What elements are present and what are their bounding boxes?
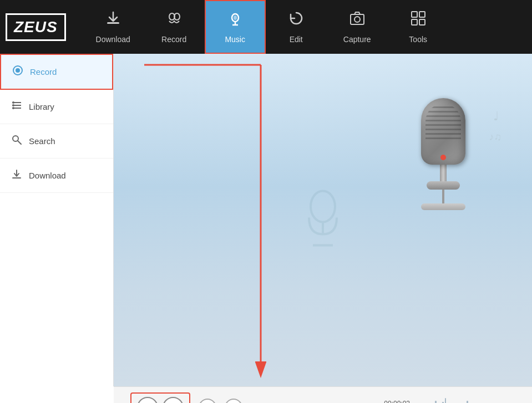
elapsed-time: 00:00:02: [384, 400, 410, 403]
tab-download[interactable]: Download: [83, 0, 144, 54]
red-arrow: [128, 59, 266, 386]
time-info: 00:00:02 84KB: [384, 400, 410, 403]
svg-rect-0: [107, 22, 119, 24]
sidebar-item-search[interactable]: Search: [0, 124, 113, 159]
tab-capture-label: Capture: [343, 35, 371, 44]
nav-tabs: Download Record M: [83, 0, 449, 54]
waveform-bar: [445, 398, 446, 403]
svg-point-4: [234, 16, 237, 20]
svg-line-22: [18, 141, 21, 144]
mic-grille: [425, 104, 461, 154]
svg-point-14: [16, 68, 20, 73]
capture-nav-icon: [349, 10, 366, 30]
sidebar-item-search-label: Search: [29, 136, 55, 146]
waveform-display: [416, 392, 526, 403]
waveform-bar: [435, 401, 436, 403]
sidebar-item-download[interactable]: Download: [0, 159, 113, 193]
tab-music[interactable]: Music: [205, 0, 266, 54]
tab-music-label: Music: [225, 35, 245, 44]
svg-rect-11: [412, 19, 417, 25]
download-nav-icon: [105, 10, 121, 30]
skip-button[interactable]: ⏭: [225, 399, 242, 403]
search-sidebar-icon: [11, 134, 22, 148]
record-nav-icon: [166, 10, 183, 30]
svg-rect-9: [412, 12, 417, 17]
svg-point-27: [311, 191, 335, 222]
mic-red-indicator: [440, 155, 446, 160]
svg-point-20: [12, 107, 14, 109]
music-nav-icon: [227, 10, 244, 30]
stop-button[interactable]: [137, 397, 158, 403]
sidebar-item-library-label: Library: [29, 102, 54, 111]
tab-tools[interactable]: Tools: [388, 0, 449, 54]
svg-rect-10: [419, 12, 425, 17]
mic-stand: [442, 190, 444, 203]
svg-rect-12: [419, 19, 425, 25]
sidebar-item-record[interactable]: Record: [0, 54, 113, 90]
music-note-deco-2: ♪♫: [489, 131, 502, 143]
center-mic-decoration: [290, 182, 356, 259]
tab-download-label: Download: [96, 35, 130, 44]
mic-foot: [421, 203, 465, 210]
tools-nav-icon: [410, 10, 427, 30]
mic-base: [427, 181, 460, 190]
bottom-bar: ▶ ⏭ 00:00:02 84KB: [114, 386, 532, 403]
mic-neck: [440, 165, 447, 181]
svg-point-8: [354, 17, 360, 22]
sidebar-item-download-label: Download: [29, 171, 66, 180]
waveform-bar: [467, 401, 468, 403]
record-sidebar-icon: [12, 65, 23, 79]
content-area: ♩ ♪♫: [114, 54, 532, 386]
library-sidebar-icon: [11, 100, 22, 114]
edit-nav-icon: [288, 10, 305, 30]
tab-tools-label: Tools: [409, 35, 427, 44]
tab-record[interactable]: Record: [144, 0, 205, 54]
tab-capture[interactable]: Capture: [327, 0, 388, 54]
svg-rect-7: [351, 14, 364, 24]
transport-controls: [130, 392, 190, 403]
tab-record-label: Record: [161, 35, 186, 44]
pause-button[interactable]: [163, 397, 184, 403]
download-sidebar-icon: [11, 169, 22, 182]
app-logo: ZEUS: [6, 13, 66, 41]
header: ZEUS Download Record: [0, 0, 532, 54]
microphone-illustration: [421, 98, 465, 210]
sidebar-item-record-label: Record: [30, 67, 57, 76]
mic-body: [421, 98, 465, 165]
sidebar-item-library[interactable]: Library: [0, 90, 113, 124]
main-layout: Record Library: [0, 54, 532, 386]
tab-edit-label: Edit: [290, 35, 303, 44]
sidebar: Record Library: [0, 54, 114, 386]
play-button[interactable]: ▶: [199, 399, 216, 403]
svg-point-18: [12, 101, 14, 104]
svg-point-19: [12, 104, 14, 106]
tab-edit[interactable]: Edit: [266, 0, 327, 54]
music-note-deco-1: ♩: [493, 109, 499, 124]
